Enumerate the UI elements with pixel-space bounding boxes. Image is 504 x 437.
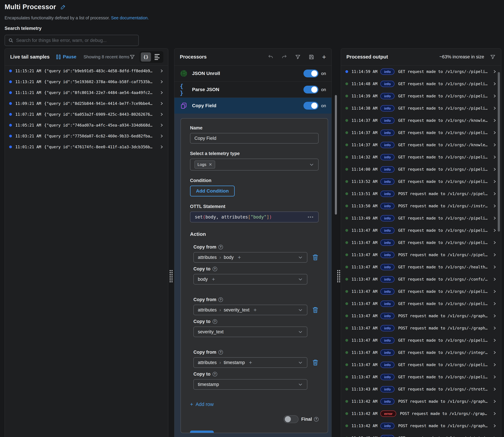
output-row[interactable]: 11:14:59 AM info GET request made to /v1… xyxy=(341,66,501,78)
chevron-right-icon[interactable] xyxy=(492,191,497,196)
chevron-right-icon[interactable] xyxy=(492,387,497,391)
output-row[interactable]: 11:13:47 AM info GET request made to /v1… xyxy=(341,347,501,359)
chevron-right-icon[interactable] xyxy=(159,101,164,106)
processors-scrollbar[interactable] xyxy=(335,95,337,215)
output-row[interactable]: 11:13:47 AM info GET request made to /v1… xyxy=(341,359,501,371)
copy-from-select[interactable]: attributes › timestamp + xyxy=(193,357,307,368)
output-scrollbar[interactable] xyxy=(498,72,500,232)
chevron-right-icon[interactable] xyxy=(492,326,497,330)
output-row[interactable]: 11:13:47 AM info GET request made to /v1… xyxy=(341,334,501,347)
output-row[interactable]: 11:14:32 AM info GET request made to /v1… xyxy=(341,151,501,163)
add-segment-icon[interactable]: + xyxy=(212,276,215,282)
output-row[interactable]: 11:13:47 AM info GET request made to /v1… xyxy=(341,261,501,273)
processor-name-input[interactable] xyxy=(190,133,319,144)
final-toggle[interactable] xyxy=(284,415,298,423)
output-row[interactable]: 11:14:00 AM info GET request made to /v1… xyxy=(341,163,501,175)
live-tail-row[interactable]: 11:13:21 AM {"query_id":"5e193602-378a-4… xyxy=(5,76,168,87)
chevron-right-icon[interactable] xyxy=(492,143,497,147)
output-row[interactable]: 11:13:43 AM info GET request made to /v1… xyxy=(341,383,501,395)
add-processor-button[interactable]: + xyxy=(322,54,326,60)
json-unroll-toggle[interactable] xyxy=(303,70,319,77)
output-row[interactable]: 11:13:47 AM info POST request made to /v… xyxy=(341,322,501,334)
output-row[interactable]: 11:14:38 AM info GET request made to /v1… xyxy=(341,102,501,114)
chevron-right-icon[interactable] xyxy=(492,399,497,404)
processor-row-json-unroll[interactable]: JSON Unroll on xyxy=(175,66,331,82)
chevron-right-icon[interactable] xyxy=(159,145,164,149)
chevron-right-icon[interactable] xyxy=(492,94,497,98)
output-row[interactable]: 11:13:47 AM info GET request made to /v1… xyxy=(341,298,501,310)
output-row[interactable]: 11:13:50 AM info POST request made to /v… xyxy=(341,200,501,212)
copy-to-select[interactable]: body + xyxy=(193,274,307,285)
telemetry-type-select[interactable]: Logs ✕ xyxy=(190,159,319,170)
output-row[interactable]: 11:13:47 AM info GET request made to /v1… xyxy=(341,273,501,285)
chevron-right-icon[interactable] xyxy=(492,179,497,184)
chevron-right-icon[interactable] xyxy=(492,118,497,123)
live-tail-row[interactable]: 11:01:21 AM {"query_id":"476174fc-8ee0-4… xyxy=(5,141,168,152)
chevron-right-icon[interactable] xyxy=(492,436,497,437)
search-input[interactable] xyxy=(16,38,135,43)
chevron-right-icon[interactable] xyxy=(492,167,497,171)
chevron-right-icon[interactable] xyxy=(492,277,497,281)
undo-button[interactable] xyxy=(268,54,274,60)
chevron-right-icon[interactable] xyxy=(492,216,497,220)
output-row[interactable]: 11:13:42 AM error POST request made to /… xyxy=(341,407,501,420)
ottl-statement-input[interactable]: set(body, attributes["body"]) ••• xyxy=(190,211,319,222)
live-tail-row[interactable]: 11:15:21 AM {"query_id":"b9eb91d5-483c-4… xyxy=(5,66,168,76)
live-tail-row[interactable]: 11:03:21 AM {"query_id":"7750da07-6c62-4… xyxy=(5,131,168,141)
output-row[interactable]: 11:13:47 AM info GET request made to /v1… xyxy=(341,237,501,249)
chevron-right-icon[interactable] xyxy=(492,204,497,208)
chevron-right-icon[interactable] xyxy=(492,301,497,306)
processor-row-copy-field[interactable]: Copy Field on xyxy=(175,98,331,114)
chevron-right-icon[interactable] xyxy=(492,130,497,135)
output-row[interactable]: 11:14:48 AM info GET request made to /v1… xyxy=(341,78,501,90)
trash-icon[interactable] xyxy=(312,307,319,313)
add-segment-icon[interactable]: + xyxy=(254,307,257,313)
copy-to-select[interactable]: severity_text + xyxy=(193,327,307,337)
list-view-button[interactable] xyxy=(152,52,162,62)
chevron-right-icon[interactable] xyxy=(492,106,497,110)
parse-json-toggle[interactable] xyxy=(303,86,319,93)
copy-field-toggle[interactable] xyxy=(303,102,319,109)
chevron-right-icon[interactable] xyxy=(159,79,164,84)
output-row[interactable]: 11:14:37 AM info GET request made to /v1… xyxy=(341,127,501,139)
chevron-right-icon[interactable] xyxy=(159,134,164,138)
add-row-button[interactable]: + Add row xyxy=(190,401,214,407)
chevron-right-icon[interactable] xyxy=(492,253,497,257)
output-row[interactable]: 11:13:47 AM info POST request made to /v… xyxy=(341,310,501,322)
copy-to-select[interactable]: timestamp + xyxy=(193,379,307,390)
output-row[interactable]: 11:13:42 AM info GET request made to /v1… xyxy=(341,432,501,437)
documentation-link[interactable]: See documentation. xyxy=(111,15,149,20)
redo-button[interactable] xyxy=(281,54,287,60)
chevron-right-icon[interactable] xyxy=(492,240,497,245)
live-tail-row[interactable]: 11:05:21 AM {"query_id":"746ad07a-a4fc-4… xyxy=(5,120,168,131)
panel-resize-handle[interactable] xyxy=(170,270,173,282)
copy-from-select[interactable]: attributes › body + xyxy=(193,252,307,263)
chevron-right-icon[interactable] xyxy=(492,70,497,74)
save-button[interactable]: Save xyxy=(190,431,214,433)
chevron-right-icon[interactable] xyxy=(492,265,497,269)
trash-icon[interactable] xyxy=(312,359,319,366)
output-row[interactable]: 11:13:51 AM info POST request made to /v… xyxy=(341,188,501,200)
output-row[interactable]: 11:13:47 AM info POST request made to /v… xyxy=(341,249,501,261)
chevron-right-icon[interactable] xyxy=(159,69,164,73)
ottl-more-icon[interactable]: ••• xyxy=(308,214,314,220)
chevron-right-icon[interactable] xyxy=(492,228,497,233)
output-filter-button[interactable] xyxy=(490,54,496,60)
output-row[interactable]: 11:13:47 AM info GET request made to /v1… xyxy=(341,224,501,237)
chevron-right-icon[interactable] xyxy=(492,363,497,367)
add-segment-icon[interactable]: + xyxy=(249,359,252,366)
save-processors-icon-button[interactable] xyxy=(309,54,314,60)
chevron-right-icon[interactable] xyxy=(492,314,497,318)
edit-pencil-icon[interactable] xyxy=(61,4,66,10)
output-row[interactable]: 11:13:49 AM info GET request made to /v1… xyxy=(341,212,501,224)
chevron-right-icon[interactable] xyxy=(492,424,497,428)
panel-resize-handle[interactable] xyxy=(337,270,340,282)
add-condition-button[interactable]: Add Condition xyxy=(190,186,235,197)
output-row[interactable]: 11:13:47 AM info GET request made to /v1… xyxy=(341,285,501,298)
json-view-button[interactable]: {} xyxy=(141,52,151,62)
chip-remove-icon[interactable]: ✕ xyxy=(209,162,212,167)
output-row[interactable]: 11:13:52 AM info GET request made to /v1… xyxy=(341,175,501,188)
live-tail-row[interactable]: 11:09:21 AM {"query_id":"8d25b844-941e-4… xyxy=(5,98,168,109)
chevron-right-icon[interactable] xyxy=(492,338,497,343)
chevron-right-icon[interactable] xyxy=(159,90,164,95)
